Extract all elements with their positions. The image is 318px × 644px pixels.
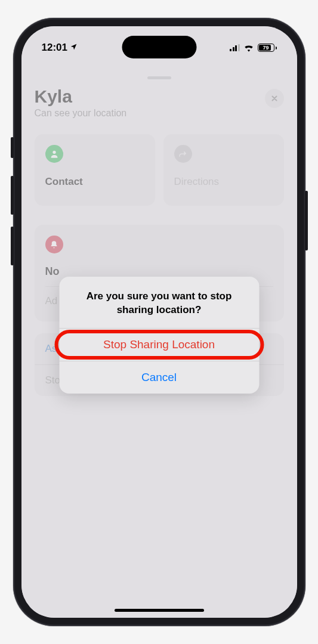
phone-frame: 12:01 79 [13,18,305,626]
contact-name: Kyla [35,86,127,107]
contact-tile-label: Contact [45,176,144,188]
action-tiles: Contact Directions [21,127,297,213]
dynamic-island [122,36,196,58]
volume-down-button [11,227,14,265]
action-sheet-title: Are you sure you want to stop sharing lo… [59,277,259,328]
silent-switch [11,137,14,158]
directions-icon [174,145,192,163]
battery-icon: 79 [258,44,277,52]
bell-icon [45,236,63,253]
contact-subtitle: Can see your location [35,108,127,119]
sheet-grabber[interactable] [147,76,171,79]
person-icon [45,145,63,163]
contact-tile[interactable]: Contact [35,134,155,206]
power-button [305,191,308,250]
stop-sharing-location-button[interactable]: Stop Sharing Location [59,328,259,361]
contact-header: Kyla Can see your location [21,86,297,127]
directions-tile-label: Directions [174,176,273,188]
battery-percentage: 79 [263,45,268,51]
svg-point-0 [53,151,55,154]
close-button[interactable] [265,89,284,108]
stop-sharing-label: Stop Sharing Location [103,338,215,351]
wifi-icon [243,44,254,52]
directions-tile[interactable]: Directions [163,134,284,206]
location-services-icon [70,43,78,52]
volume-up-button [11,176,14,215]
screen: 12:01 79 [21,26,297,618]
home-indicator[interactable] [115,609,204,612]
notifications-title: No [45,265,273,278]
cancel-button[interactable]: Cancel [59,361,259,394]
status-time: 12:01 [42,42,67,54]
cellular-signal-icon [230,44,240,51]
cancel-label: Cancel [141,371,177,383]
confirmation-action-sheet: Are you sure you want to stop sharing lo… [59,277,259,394]
